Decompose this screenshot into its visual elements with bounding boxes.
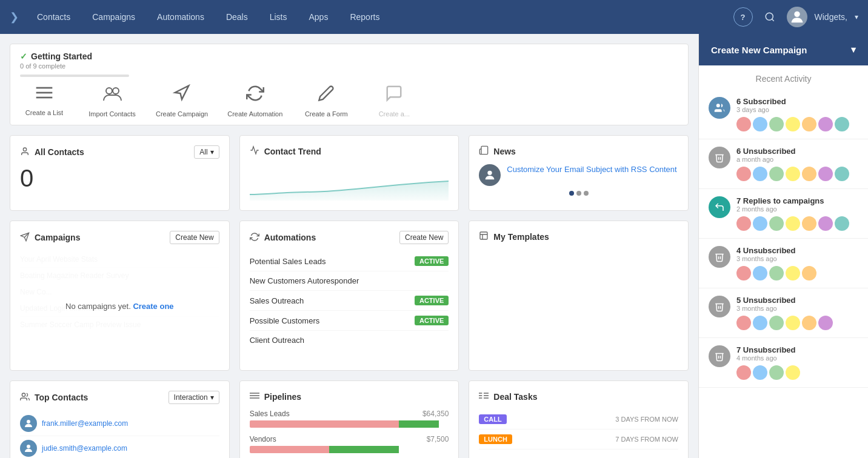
nav-item-lists[interactable]: Lists — [261, 7, 296, 27]
activity-time-5: 3 months ago — [736, 305, 858, 312]
gs-check-icon: ✓ — [20, 51, 27, 61]
automation-name-3[interactable]: Sales Outreach — [250, 296, 304, 305]
my-templates-title-left: My Templates — [479, 231, 549, 242]
automation-name-1[interactable]: Potential Sales Leads — [250, 257, 326, 266]
news-dot-3[interactable] — [584, 191, 589, 196]
mini-avatar — [769, 266, 784, 280]
mini-avatar — [769, 167, 784, 181]
top-contacts-card: Top Contacts Interaction ▾ frank.miller@… — [10, 380, 230, 458]
campaigns-title: Campaigns Create New — [20, 231, 219, 244]
deal-time-2: 7 DAYS FROM NOW — [615, 436, 678, 443]
mini-avatar — [736, 167, 751, 181]
user-name[interactable]: Widgets, — [815, 12, 847, 22]
gs-step-form[interactable]: Create a Form — [302, 84, 350, 118]
mini-avatar — [818, 216, 833, 231]
automation-name-5[interactable]: Client Outreach — [250, 336, 304, 345]
activity-title-5: 5 Unsubscribed — [736, 296, 858, 305]
create-campaign-label: Create New Campaign — [711, 45, 807, 55]
mini-avatar — [835, 216, 849, 231]
contacts-filter-btn[interactable]: All ▾ — [194, 145, 219, 159]
activity-info-4: 4 Unsubscribed 3 months ago — [736, 246, 858, 280]
nav-item-campaigns[interactable]: Campaigns — [84, 7, 144, 27]
nav-item-automations[interactable]: Automations — [149, 7, 213, 27]
activity-title-3: 7 Replies to campaigns — [736, 196, 858, 205]
activity-avatars-3 — [736, 216, 858, 231]
campaigns-create-new-btn[interactable]: Create New — [170, 231, 219, 244]
campaign-empty-text: No campaigns yet. — [65, 302, 131, 311]
mini-avatar — [802, 216, 816, 231]
pipelines-title: Pipelines — [250, 391, 449, 402]
gs-step-list-label: Create a List — [25, 109, 63, 116]
user-dropdown-icon[interactable]: ▾ — [855, 13, 858, 21]
top-contacts-label: Top Contacts — [35, 393, 88, 402]
mini-avatar — [736, 365, 751, 380]
gs-step-list[interactable]: Create a List — [20, 84, 68, 116]
activity-item-3: 7 Replies to campaigns 2 months ago — [699, 189, 868, 239]
gs-header: ✓ Getting Started — [20, 51, 678, 61]
content-area: ✓ Getting Started 0 of 9 complete Create… — [0, 34, 698, 458]
contact-trend-title-left: Contact Trend — [250, 145, 321, 157]
mini-avatar — [753, 167, 767, 181]
dashboard-row-3: Top Contacts Interaction ▾ frank.miller@… — [10, 380, 689, 458]
gs-step-import[interactable]: Import Contacts — [88, 84, 136, 118]
deal-time-1: 3 DAYS FROM NOW — [615, 416, 678, 423]
mini-avatar — [786, 117, 800, 131]
activity-item-4: 4 Unsubscribed 3 months ago — [699, 239, 868, 288]
contact-email-2[interactable]: judie.smith@example.com — [42, 444, 127, 453]
pipeline-header-2: Vendors $7,500 — [250, 435, 449, 443]
mini-avatar — [786, 266, 800, 280]
deal-tasks-title-left: Deal Tasks — [479, 391, 537, 402]
pipeline-bar-fill-2b — [329, 446, 399, 453]
gs-form-icon — [318, 84, 335, 107]
interaction-arrow: ▾ — [210, 393, 214, 402]
nav-toggle-icon[interactable]: ❯ — [10, 10, 19, 24]
activity-icon-2 — [709, 147, 730, 168]
pipeline-item-2: Vendors $7,500 — [250, 435, 449, 453]
automations-card: Automations Create New Potential Sales L… — [239, 221, 459, 371]
contacts-icon — [20, 147, 30, 158]
gs-step-import-label: Import Contacts — [88, 110, 136, 118]
activity-time-6: 4 months ago — [736, 354, 858, 362]
gs-step-extra[interactable]: Create a... — [370, 84, 418, 118]
create-campaign-btn[interactable]: Create New Campaign ▾ — [699, 34, 868, 65]
activity-icon-3 — [709, 196, 730, 218]
help-icon[interactable]: ? — [733, 7, 753, 27]
deal-tag-1: CALL — [479, 414, 506, 424]
automations-create-new-btn[interactable]: Create New — [399, 231, 449, 244]
news-dot-1[interactable] — [569, 191, 574, 196]
pipeline-amount-1: $64,350 — [422, 410, 449, 418]
news-link[interactable]: Customize Your Email Subject with RSS Co… — [507, 164, 676, 175]
automation-name-2[interactable]: New Customers Autoresponder — [250, 276, 359, 285]
automation-name-4[interactable]: Possible Customers — [250, 316, 320, 325]
pipeline-bar-fill-1b — [399, 420, 439, 428]
search-icon[interactable] — [760, 7, 780, 27]
news-title: News — [479, 145, 678, 157]
news-dot-2[interactable] — [576, 191, 581, 196]
contact-trend-label: Contact Trend — [264, 147, 321, 156]
news-label: News — [493, 147, 516, 156]
contact-email-1[interactable]: frank.miller@example.com — [42, 419, 128, 428]
all-contacts-title: All Contacts All ▾ — [20, 145, 219, 159]
activity-info-2: 6 Unsubscribed a month ago — [736, 147, 858, 181]
nav-item-deals[interactable]: Deals — [218, 7, 256, 27]
all-contacts-card: All Contacts All ▾ 0 — [10, 135, 230, 211]
activity-time-4: 3 months ago — [736, 255, 858, 262]
campaigns-label: Campaigns — [35, 233, 80, 242]
mini-avatar — [736, 117, 751, 131]
my-templates-title: My Templates — [479, 231, 678, 242]
deal-task-2: LUNCH 7 DAYS FROM NOW — [479, 430, 678, 450]
top-contacts-list: frank.miller@example.com judie.smith@exa… — [20, 411, 219, 458]
contacts-count: 0 — [20, 166, 219, 190]
campaign-create-link[interactable]: Create one — [133, 302, 173, 311]
pipeline-list: Sales Leads $64,350 Vendors $7,500 — [250, 410, 449, 453]
nav-item-apps[interactable]: Apps — [301, 7, 337, 27]
activity-item-5: 5 Unsubscribed 3 months ago — [699, 288, 868, 338]
news-dots — [479, 191, 678, 196]
nav-item-reports[interactable]: Reports — [341, 7, 388, 27]
gs-step-campaign[interactable]: Create Campaign — [156, 84, 208, 118]
gs-step-automation[interactable]: Create Automation — [227, 84, 282, 118]
svg-point-0 — [766, 13, 773, 20]
interaction-filter-btn[interactable]: Interaction ▾ — [169, 391, 219, 404]
pipeline-bar-fill-1a — [250, 420, 399, 428]
nav-item-contacts[interactable]: Contacts — [28, 7, 79, 27]
